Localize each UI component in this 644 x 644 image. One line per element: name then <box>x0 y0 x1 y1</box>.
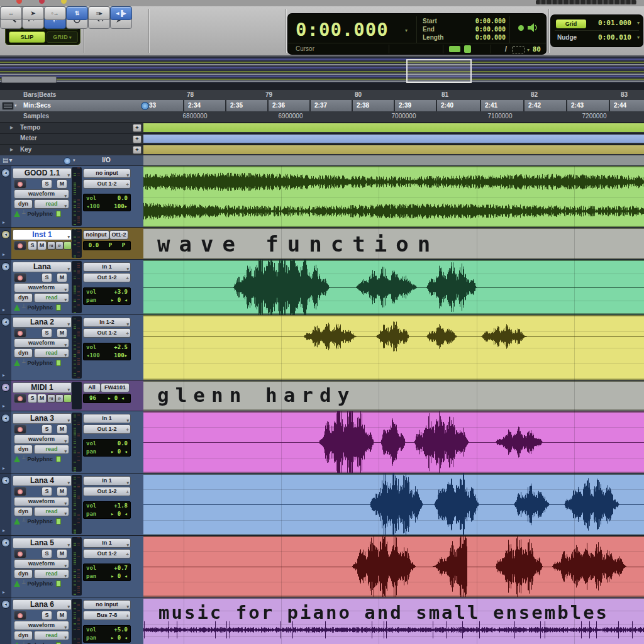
expand-arrow-icon[interactable]: ▶ <box>10 125 13 130</box>
track-expand-icon[interactable]: ▸ <box>3 252 5 257</box>
dyn-button[interactable]: dyn <box>14 293 33 303</box>
nudge-value[interactable]: 0:00.010 <box>598 33 631 42</box>
track-lane[interactable]: wave function <box>143 228 644 259</box>
elastic-audio-icon[interactable] <box>14 304 20 311</box>
track-lane[interactable] <box>143 315 644 380</box>
automation-mode-selector[interactable]: read▾ <box>34 507 69 516</box>
track-nameplate[interactable]: MIDI 1▾ <box>13 382 72 393</box>
solo-button[interactable]: S <box>42 273 52 282</box>
elastic-audio-icon[interactable] <box>14 580 20 587</box>
track-show-hide-button[interactable]: ◂ <box>1 318 10 326</box>
output-window-icon[interactable]: + <box>126 488 129 496</box>
solo-button[interactable]: S <box>42 328 52 338</box>
track-expand-icon[interactable]: ▸ <box>3 465 5 471</box>
window-dot-icon[interactable] <box>39 0 45 4</box>
track-lane[interactable] <box>143 260 644 314</box>
mute-button[interactable]: M <box>57 425 67 434</box>
elastic-audio-icon[interactable] <box>14 211 20 217</box>
track-view-selector[interactable]: waveform▾ <box>14 435 69 444</box>
scrollbar-thumb[interactable] <box>1 76 57 83</box>
zoom-toggle-button[interactable]: ↔ <box>0 6 22 20</box>
output-window-icon[interactable]: + <box>126 426 129 434</box>
insertion-follows-playback-toggle-button[interactable]: ◂▐▸ <box>110 6 132 20</box>
midi-mini-button[interactable] <box>64 394 72 402</box>
pan-row[interactable]: pan▸ 0 ◂ <box>84 448 130 456</box>
expand-arrow-icon[interactable]: ▶ <box>10 147 13 152</box>
midi-value-box[interactable]: 96▸ 0 ◂ <box>83 394 131 403</box>
midi-mini-button-rg[interactable]: rg <box>47 394 55 402</box>
solo-button[interactable]: S <box>28 394 37 403</box>
chevron-down-icon[interactable]: ▾ <box>527 47 530 53</box>
meter-ruler[interactable]: Meter + <box>0 133 644 145</box>
track-expand-icon[interactable]: ▸ <box>3 528 5 533</box>
track-view-selector[interactable]: waveform▾ <box>14 559 69 569</box>
output-selector[interactable]: FW4101 <box>101 383 130 392</box>
track-nameplate[interactable]: Lana 5▾ <box>13 538 72 548</box>
output-selector[interactable]: Ot1-2 <box>109 230 128 240</box>
samples-ruler[interactable]: Samples 68000006900000700000071000007200… <box>0 111 644 123</box>
track-view-selector[interactable]: waveform▾ <box>14 283 69 292</box>
grid-value[interactable]: 0:01.000 <box>598 19 631 27</box>
chevron-down-icon[interactable]: ▾ <box>73 158 75 163</box>
track-lane[interactable] <box>143 166 644 227</box>
track-show-hide-button[interactable]: ◂ <box>1 600 10 609</box>
track-nameplate[interactable]: Lana 2▾ <box>13 317 72 328</box>
automation-mode-selector[interactable]: read▾ <box>34 348 69 358</box>
record-arm-button[interactable] <box>14 328 26 338</box>
automation-mode-selector[interactable]: read▾ <box>34 445 69 454</box>
record-arm-button[interactable] <box>14 241 26 250</box>
tempo-ruler[interactable]: ▶ Tempo + <box>0 122 644 134</box>
vol-row[interactable]: vol0.0 <box>84 194 130 203</box>
chevron-down-icon[interactable]: ▾ <box>67 479 70 487</box>
track-show-hide-button[interactable]: ◂ <box>1 476 10 485</box>
solo-button[interactable]: S <box>42 487 52 496</box>
track-show-hide-button[interactable]: ◂ <box>1 538 10 547</box>
grid-page-icon[interactable] <box>464 45 471 53</box>
track-lane[interactable]: glenn hardy <box>143 380 644 411</box>
timebase-clock-icon[interactable] <box>64 157 71 165</box>
universe-viewport[interactable] <box>406 59 472 83</box>
track-nameplate[interactable]: Lana▾ <box>13 262 72 272</box>
track-nameplate[interactable]: Inst 1▾ <box>13 230 72 240</box>
record-arm-button[interactable] <box>14 487 26 496</box>
track-show-hide-button[interactable]: ◂ <box>1 230 10 239</box>
universe-overview[interactable] <box>0 57 644 90</box>
track-lane[interactable] <box>143 536 644 597</box>
pan-row[interactable]: ◂100100▸ <box>84 352 130 360</box>
midi-mini-button-p[interactable]: p <box>55 394 64 402</box>
mute-button[interactable]: M <box>57 179 67 189</box>
track-view-selector[interactable]: waveform▾ <box>14 189 69 199</box>
output-window-icon[interactable]: + <box>126 180 129 189</box>
input-selector[interactable]: In 1▾ <box>83 476 131 486</box>
track-view-selector[interactable]: waveform▾ <box>14 338 69 348</box>
midi-mini-button-p[interactable]: p <box>55 242 64 250</box>
pre-roll-icon[interactable] <box>449 46 460 52</box>
add-tempo-button[interactable]: + <box>133 124 142 132</box>
track-expand-icon[interactable]: ▸ <box>3 403 5 409</box>
midi-mini-button[interactable] <box>64 242 72 250</box>
solo-button[interactable]: S <box>42 549 52 558</box>
start-value[interactable]: 0:00.000 <box>462 18 506 25</box>
solo-button[interactable]: S <box>42 179 52 189</box>
solo-button[interactable]: S <box>42 425 52 434</box>
midi-mini-button-rg[interactable]: rg <box>47 242 55 250</box>
track-nameplate[interactable]: Lana 4▾ <box>13 475 72 486</box>
vol-row[interactable]: vol+2.5 <box>84 343 130 352</box>
input-selector[interactable]: In 1▾ <box>83 414 131 423</box>
record-arm-button[interactable] <box>14 179 26 189</box>
track-expand-icon[interactable]: ▸ <box>3 307 5 313</box>
solo-button[interactable]: S <box>28 241 37 250</box>
slip-mode-button[interactable]: SLIP <box>9 31 45 43</box>
chevron-down-icon[interactable]: ▾ <box>67 416 70 425</box>
input-selector[interactable]: In 1-2▾ <box>83 318 131 327</box>
main-counter-value[interactable]: 0:00.000 <box>296 19 409 40</box>
automation-mode-selector[interactable]: read▾ <box>34 569 69 579</box>
vol-row[interactable]: vol+5.0 <box>84 626 130 634</box>
dyn-button[interactable]: dyn <box>14 507 33 516</box>
track-expand-icon[interactable]: ▸ <box>3 589 5 595</box>
selection-box-icon[interactable] <box>512 46 525 53</box>
record-arm-button[interactable] <box>14 394 26 403</box>
mirror-edit-toggle-button[interactable]: ▫→ <box>44 6 66 20</box>
record-arm-button[interactable] <box>14 611 26 620</box>
track-nameplate[interactable]: Lana 3▾ <box>13 413 72 424</box>
